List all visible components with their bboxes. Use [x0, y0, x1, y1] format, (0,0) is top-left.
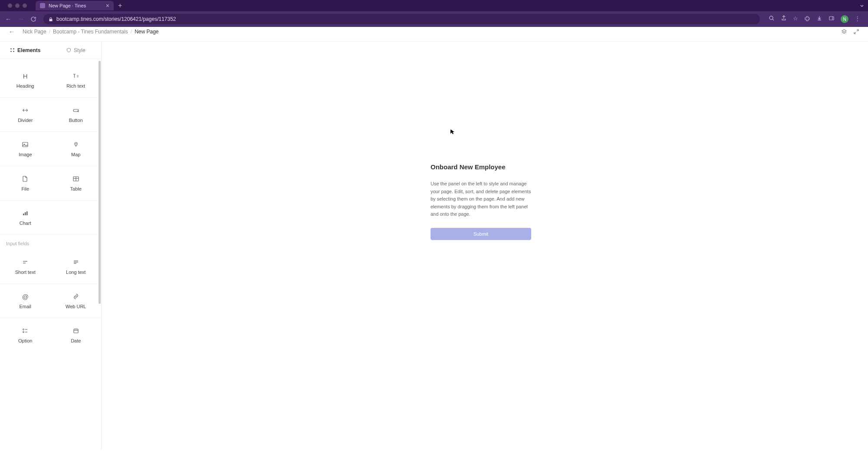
- menu-icon[interactable]: ⋮: [855, 15, 860, 23]
- link-icon: [72, 293, 79, 300]
- svg-point-26: [23, 332, 24, 332]
- chart-icon: [22, 209, 29, 217]
- svg-rect-28: [74, 329, 78, 333]
- svg-point-5: [13, 48, 14, 49]
- tab-elements[interactable]: Elements: [0, 42, 51, 59]
- tab-close-button[interactable]: ×: [106, 2, 109, 9]
- expand-icon[interactable]: [853, 29, 859, 35]
- table-icon: [72, 175, 79, 183]
- breadcrumb: Nick Page / Bootcamp - Tines Fundamental…: [23, 29, 159, 35]
- file-icon: [22, 175, 28, 183]
- browser-chrome: New Page · Tines × + ← → bootcamp.tines.…: [0, 0, 868, 22]
- shield-icon: [66, 48, 71, 53]
- svg-rect-16: [25, 212, 26, 215]
- nav-reload-button[interactable]: [30, 16, 38, 22]
- share-icon[interactable]: [781, 15, 787, 23]
- tab-title: New Page · Tines: [49, 3, 102, 8]
- app-header: ← Nick Page / Bootcamp - Tines Fundament…: [0, 22, 868, 42]
- svg-point-11: [76, 143, 76, 144]
- calendar-icon: [73, 327, 79, 335]
- url-text: bootcamp.tines.com/stories/1206421/pages…: [56, 16, 176, 22]
- element-short-text[interactable]: Short text: [0, 250, 51, 283]
- element-option[interactable]: Option: [0, 318, 51, 352]
- minimize-window-button[interactable]: [15, 3, 20, 8]
- element-web-url[interactable]: Web URL: [51, 284, 102, 318]
- svg-point-1: [769, 16, 773, 20]
- nav-forward-button[interactable]: →: [17, 16, 25, 23]
- new-tab-button[interactable]: +: [114, 2, 126, 10]
- short-text-icon: [22, 258, 29, 266]
- element-heading[interactable]: H Heading: [0, 63, 51, 97]
- svg-point-6: [10, 51, 11, 52]
- window-controls: [3, 3, 31, 8]
- divider-icon: [22, 106, 29, 114]
- element-date[interactable]: Date: [51, 318, 102, 352]
- grid-icon: [10, 48, 15, 53]
- page-description[interactable]: Use the panel on the left to style and m…: [431, 180, 531, 218]
- element-file[interactable]: File: [0, 166, 51, 200]
- rich-text-icon: [72, 72, 79, 80]
- main-layout: Elements Style H Heading: [0, 42, 868, 450]
- svg-rect-9: [23, 142, 28, 147]
- sidebar: Elements Style H Heading: [0, 42, 102, 450]
- map-icon: [72, 141, 79, 148]
- tab-bar: New Page · Tines × +: [0, 0, 868, 11]
- option-icon: [22, 327, 29, 335]
- page-content: Onboard New Employee Use the panel on th…: [431, 163, 531, 240]
- breadcrumb-item[interactable]: Nick Page: [23, 29, 46, 35]
- sidebar-scrollbar[interactable]: [99, 61, 101, 304]
- close-window-button[interactable]: [8, 3, 12, 8]
- long-text-icon: [72, 258, 79, 266]
- profile-avatar[interactable]: N: [841, 15, 848, 23]
- element-map[interactable]: Map: [51, 132, 102, 166]
- element-email[interactable]: @ Email: [0, 284, 51, 318]
- section-label-input-fields: Input fields: [0, 235, 101, 250]
- breadcrumb-item[interactable]: Bootcamp - Tines Fundamentals: [53, 29, 128, 35]
- extensions-icon[interactable]: [804, 15, 810, 23]
- bookmark-icon[interactable]: ☆: [793, 15, 798, 23]
- nav-back-button[interactable]: ←: [4, 16, 12, 23]
- panel-icon[interactable]: [829, 15, 835, 23]
- button-icon: [72, 106, 79, 114]
- page-heading[interactable]: Onboard New Employee: [431, 163, 531, 171]
- download-icon[interactable]: [816, 15, 822, 23]
- svg-point-4: [10, 48, 11, 49]
- chevron-down-icon[interactable]: [859, 3, 865, 8]
- element-image[interactable]: Image: [0, 132, 51, 166]
- element-long-text[interactable]: Long text: [51, 250, 102, 283]
- svg-point-7: [13, 51, 14, 52]
- lock-icon: [49, 17, 53, 22]
- breadcrumb-item-current: New Page: [135, 29, 158, 35]
- back-button[interactable]: ←: [9, 28, 15, 35]
- elements-panel: H Heading Rich text: [0, 59, 101, 352]
- element-divider[interactable]: Divider: [0, 98, 51, 132]
- tab-favicon: [40, 3, 45, 8]
- browser-toolbar-icons: ☆ N ⋮: [765, 15, 864, 23]
- element-button[interactable]: Button: [51, 98, 102, 132]
- tab-style[interactable]: Style: [51, 42, 102, 59]
- cursor-icon: [450, 129, 454, 135]
- layers-icon[interactable]: [841, 29, 847, 35]
- element-table[interactable]: Table: [51, 166, 102, 200]
- svg-rect-17: [26, 211, 28, 215]
- search-icon[interactable]: [769, 15, 775, 23]
- svg-rect-15: [23, 214, 24, 215]
- image-icon: [22, 141, 29, 148]
- address-bar[interactable]: bootcamp.tines.com/stories/1206421/pages…: [43, 14, 760, 24]
- svg-rect-2: [829, 16, 834, 20]
- page-canvas[interactable]: Onboard New Employee Use the panel on th…: [102, 42, 868, 450]
- element-chart[interactable]: Chart: [0, 201, 51, 234]
- svg-rect-0: [49, 19, 53, 21]
- heading-icon: H: [23, 72, 28, 80]
- sidebar-tabs: Elements Style: [0, 42, 101, 59]
- submit-button[interactable]: Submit: [431, 228, 531, 240]
- svg-point-23: [23, 329, 24, 330]
- browser-tab[interactable]: New Page · Tines ×: [36, 1, 114, 10]
- maximize-window-button[interactable]: [23, 3, 27, 8]
- element-rich-text[interactable]: Rich text: [51, 63, 102, 97]
- email-icon: @: [22, 293, 29, 300]
